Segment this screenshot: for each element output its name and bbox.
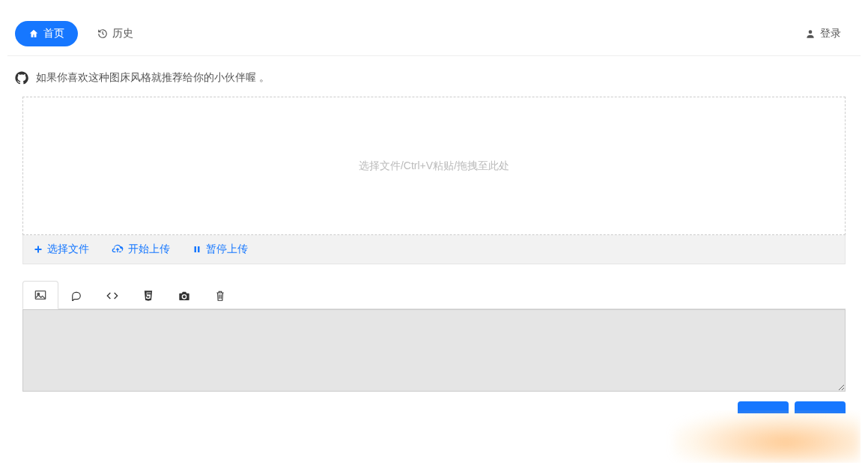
nav-login-label: 登录 — [820, 27, 841, 40]
svg-rect-4 — [198, 246, 200, 252]
html5-icon — [143, 290, 154, 302]
promo-text: 如果你喜欢这种图床风格就推荐给你的小伙伴喔 。 — [36, 71, 270, 85]
start-upload-label: 开始上传 — [128, 243, 170, 256]
gradient-glow — [673, 410, 861, 463]
plus-icon — [34, 245, 43, 254]
home-icon — [28, 28, 39, 39]
code-icon — [106, 291, 118, 301]
upload-dropzone[interactable]: 选择文件/Ctrl+V粘贴/拖拽至此处 — [22, 97, 846, 235]
tab-html5[interactable] — [130, 281, 166, 309]
nav-login-button[interactable]: 登录 — [805, 27, 853, 40]
github-icon — [15, 71, 28, 85]
content-area: 选择文件/Ctrl+V粘贴/拖拽至此处 选择文件 开始上传 暂停上传 — [7, 97, 861, 413]
history-icon — [97, 28, 108, 39]
nav-home-button[interactable]: 首页 — [15, 21, 78, 46]
nav-history-label: 历史 — [112, 27, 133, 40]
tab-camera[interactable] — [166, 281, 202, 309]
output-tabs — [22, 281, 846, 309]
camera-icon — [178, 291, 190, 301]
start-upload-button[interactable]: 开始上传 — [112, 243, 170, 256]
nav-left: 首页 历史 — [15, 21, 147, 46]
navbar: 首页 历史 登录 — [7, 0, 861, 56]
tab-image[interactable] — [22, 281, 58, 309]
promo-row: 如果你喜欢这种图床风格就推荐给你的小伙伴喔 。 — [7, 56, 861, 97]
svg-point-0 — [809, 30, 813, 34]
dropzone-hint: 选择文件/Ctrl+V粘贴/拖拽至此处 — [359, 159, 509, 173]
svg-rect-3 — [195, 246, 197, 252]
comment-icon — [71, 291, 82, 301]
user-icon — [805, 28, 816, 39]
nav-history-button[interactable]: 历史 — [84, 21, 147, 46]
svg-rect-2 — [35, 249, 42, 250]
pause-upload-label: 暂停上传 — [206, 243, 248, 256]
tab-comment[interactable] — [58, 281, 94, 309]
pause-upload-button[interactable]: 暂停上传 — [192, 243, 248, 256]
nav-home-label: 首页 — [43, 27, 64, 40]
select-file-button[interactable]: 选择文件 — [34, 243, 89, 256]
image-icon — [34, 290, 46, 300]
cloud-upload-icon — [112, 244, 124, 255]
upload-actions-bar: 选择文件 开始上传 暂停上传 — [22, 235, 846, 264]
output-textarea[interactable] — [22, 309, 846, 392]
bottom-decoration — [7, 410, 861, 463]
pause-icon — [192, 245, 201, 254]
tab-delete[interactable] — [202, 281, 238, 309]
trash-icon — [215, 290, 225, 302]
tab-code[interactable] — [94, 281, 130, 309]
select-file-label: 选择文件 — [47, 243, 89, 256]
